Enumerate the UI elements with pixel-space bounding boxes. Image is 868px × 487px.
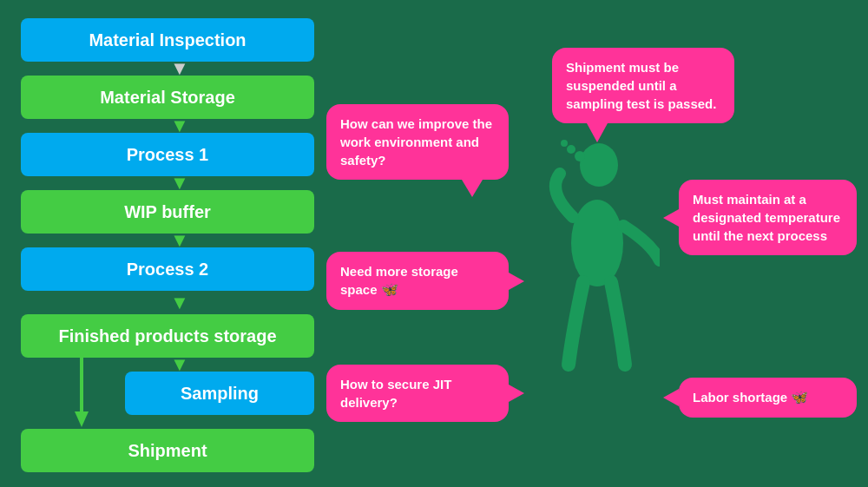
- person-figure: [521, 130, 660, 408]
- arrow-3: ▼: [168, 176, 192, 190]
- arrow-5: ▼: [168, 291, 192, 315]
- bubble-shipment: Shipment must be suspended until a sampl…: [552, 48, 734, 123]
- arrow-1: ▼: [168, 62, 192, 76]
- bubble-work-env: How can we improve the work environment …: [326, 104, 509, 180]
- material-inspection-box: Material Inspection: [21, 18, 314, 62]
- wip-buffer-box: WIP buffer: [21, 190, 314, 234]
- bubble-jit: How to secure JIT delivery?: [326, 365, 509, 422]
- bubble-labor: Labor shortage 🦋: [679, 378, 857, 418]
- svg-point-4: [567, 145, 575, 154]
- bubble-storage: Need more storage space 🦋: [326, 252, 509, 310]
- material-storage-box: Material Storage: [21, 76, 314, 119]
- arrow-4: ▼: [168, 234, 192, 247]
- bubble-temp: Must maintain at a designated temperatur…: [679, 180, 857, 255]
- svg-marker-1: [75, 411, 89, 427]
- svg-point-5: [561, 140, 568, 147]
- shipment-box: Shipment: [21, 429, 314, 472]
- arrow-2: ▼: [168, 119, 192, 133]
- svg-point-6: [571, 200, 623, 286]
- svg-point-2: [580, 143, 618, 187]
- process2-box: Process 2: [21, 247, 314, 291]
- finished-storage-box: Finished products storage: [21, 314, 314, 358]
- arrow-7: [69, 358, 94, 429]
- svg-point-3: [575, 151, 585, 161]
- sampling-box: Sampling: [125, 372, 314, 415]
- arrow-6: ▼: [168, 358, 192, 372]
- process1-box: Process 1: [21, 133, 314, 176]
